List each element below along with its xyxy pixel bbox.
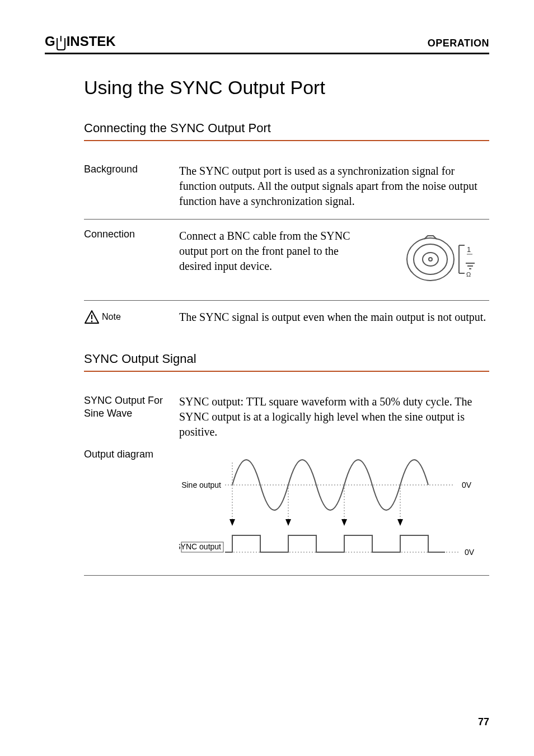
page-number: 77 <box>478 716 489 728</box>
brand-prefix: G <box>45 34 55 49</box>
label-note: Note <box>84 310 179 324</box>
brand-suffix: INSTEK <box>67 34 116 49</box>
output-waveform-diagram: Sine output 0V SYNC output <box>179 449 489 568</box>
warning-icon <box>84 310 100 324</box>
brand-power-icon <box>57 38 65 50</box>
svg-text:1: 1 <box>467 245 471 254</box>
label-connection: Connection <box>84 228 179 240</box>
text-background: The SYNC output port is used as a synchr… <box>179 164 489 209</box>
svg-point-12 <box>91 321 93 323</box>
svg-marker-19 <box>285 519 291 526</box>
subsection-sync-signal: SYNC Output Signal <box>84 352 489 366</box>
svg-point-3 <box>429 258 432 261</box>
svg-text:Ω: Ω <box>466 271 471 278</box>
subsection-connecting: Connecting the SYNC Output Port <box>84 121 489 136</box>
row-output-diagram: Output diagram Sine output 0V <box>84 444 489 576</box>
brand-logo: G INSTEK <box>45 34 116 49</box>
text-note: The SYNC signal is output even when the … <box>179 310 489 325</box>
page-header: G INSTEK OPERATION <box>45 34 489 54</box>
row-connection: Connection Connect a BNC cable from the … <box>84 220 489 301</box>
accent-underline-2 <box>84 371 489 372</box>
svg-marker-21 <box>397 519 403 526</box>
text-sync-sine: SYNC output: TTL square waveform with a … <box>179 394 489 440</box>
svg-marker-18 <box>229 519 235 526</box>
label-output-diagram: Output diagram <box>84 449 179 460</box>
diagram-sync-label: SYNC output <box>179 542 221 551</box>
svg-point-2 <box>423 253 438 266</box>
row-note: Note The SYNC signal is output even when… <box>84 301 489 335</box>
chapter-title: OPERATION <box>428 38 489 49</box>
label-background: Background <box>84 164 179 175</box>
label-sync-sine: SYNC Output For Sine Wave <box>84 394 179 421</box>
diagram-zero-sine: 0V <box>462 480 472 489</box>
bnc-connector-illustration: 1 Ω <box>353 228 489 290</box>
note-label-text: Note <box>102 312 121 322</box>
section-title: Using the SYNC Output Port <box>84 77 489 99</box>
svg-point-1 <box>414 244 447 274</box>
row-background: Background The SYNC output port is used … <box>84 155 489 220</box>
diagram-sine-label: Sine output <box>181 480 221 489</box>
accent-underline <box>84 140 489 141</box>
diagram-zero-sync: 0V <box>465 548 475 557</box>
text-connection: Connect a BNC cable from the SYNC output… <box>179 228 353 274</box>
row-sync-sine: SYNC Output For Sine Wave SYNC output: T… <box>84 385 489 444</box>
svg-marker-20 <box>341 519 347 526</box>
